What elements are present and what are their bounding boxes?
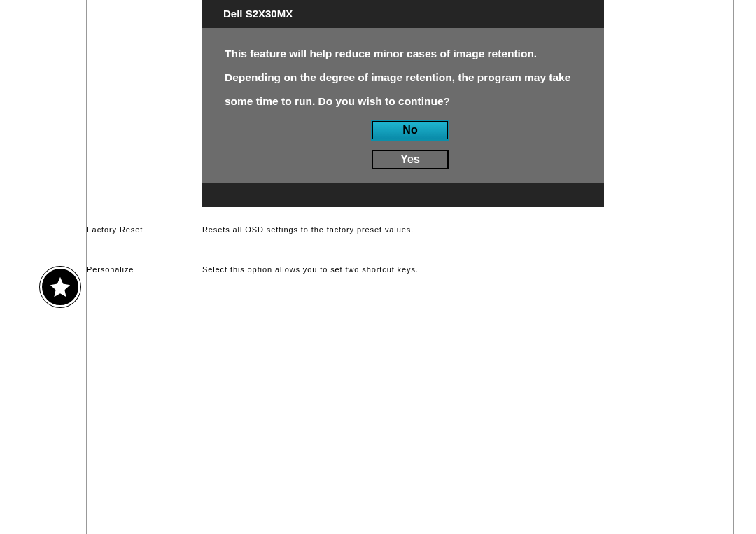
osd-dialog-row: Dell S2X30MX This feature will help redu… bbox=[34, 0, 734, 223]
page-container: Dell S2X30MX This feature will help redu… bbox=[0, 0, 756, 534]
osd-header: Dell S2X30MX bbox=[202, 0, 604, 28]
osd-dialog-cell: Dell S2X30MX This feature will help redu… bbox=[202, 0, 734, 223]
yes-button[interactable]: Yes bbox=[372, 150, 449, 169]
specification-table: Dell S2X30MX This feature will help redu… bbox=[34, 0, 734, 534]
star-icon bbox=[40, 267, 80, 307]
personalize-label-cell: Personalize bbox=[87, 262, 202, 534]
personalize-row: Personalize Select this option allows yo… bbox=[34, 262, 734, 534]
star-icon-wrap bbox=[34, 262, 86, 307]
personalize-icon-cell bbox=[34, 262, 87, 534]
factory-icon-cell bbox=[34, 223, 87, 262]
osd-button-group: No Yes bbox=[225, 116, 596, 176]
personalize-description: Select this option allows you to set two… bbox=[202, 265, 419, 274]
personalize-desc-cell: Select this option allows you to set two… bbox=[202, 262, 734, 534]
personalize-label: Personalize bbox=[87, 265, 134, 274]
label-cell-empty bbox=[87, 0, 202, 223]
factory-reset-row: Factory Reset Resets all OSD settings to… bbox=[34, 223, 734, 262]
factory-desc-cell: Resets all OSD settings to the factory p… bbox=[202, 223, 734, 262]
osd-dialog: Dell S2X30MX This feature will help redu… bbox=[202, 0, 604, 207]
factory-reset-description: Resets all OSD settings to the factory p… bbox=[202, 225, 414, 234]
icon-cell-empty bbox=[34, 0, 87, 223]
no-button[interactable]: No bbox=[372, 120, 449, 140]
osd-message: This feature will help reduce minor case… bbox=[225, 42, 596, 113]
factory-label-cell: Factory Reset bbox=[87, 223, 202, 262]
osd-footer bbox=[202, 183, 604, 207]
star-svg bbox=[48, 275, 72, 299]
factory-reset-label: Factory Reset bbox=[87, 225, 143, 234]
osd-title: Dell S2X30MX bbox=[223, 8, 293, 20]
osd-body: This feature will help reduce minor case… bbox=[202, 28, 604, 183]
